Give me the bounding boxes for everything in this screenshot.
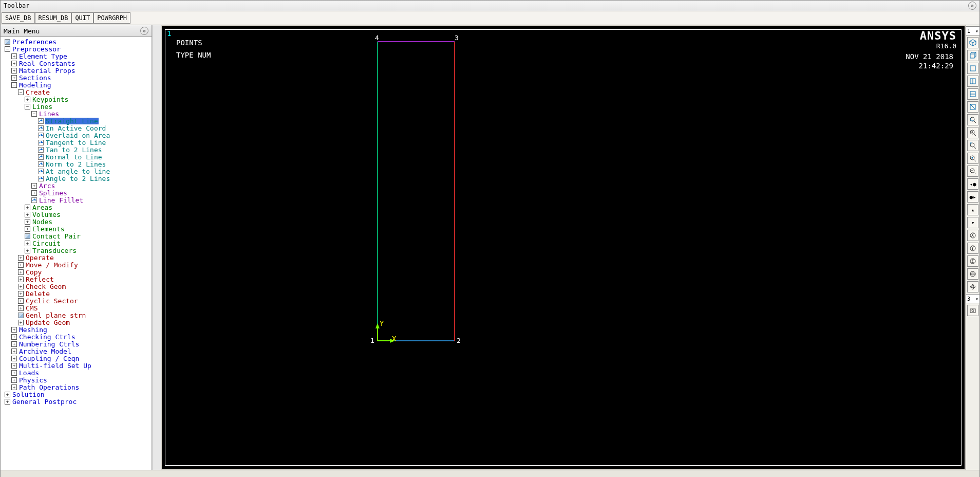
menu-tree[interactable]: Preferences−Preprocessor+Element Type+Re…: [1, 37, 152, 470]
tree-item[interactable]: +Check Geom: [1, 283, 152, 290]
expand-icon[interactable]: +: [18, 298, 24, 304]
expand-icon[interactable]: +: [18, 262, 24, 268]
expand-icon[interactable]: +: [25, 205, 30, 210]
tree-item[interactable]: +Solution: [1, 391, 152, 398]
tree-item[interactable]: +Meshing: [1, 326, 152, 333]
window-layout-select[interactable]: 1▾: [966, 26, 980, 35]
expand-icon[interactable]: +: [18, 291, 24, 297]
tree-item[interactable]: +Reflect: [1, 276, 152, 283]
tree-item[interactable]: −Create: [1, 88, 152, 96]
expand-icon[interactable]: +: [31, 183, 37, 189]
tree-item[interactable]: +Delete: [1, 290, 152, 297]
expand-icon[interactable]: +: [18, 255, 24, 261]
screen-capture-icon[interactable]: [967, 305, 978, 316]
pan-up-icon[interactable]: ▴: [967, 204, 978, 215]
tree-item[interactable]: +Copy: [1, 268, 152, 276]
action-icon[interactable]: [38, 140, 44, 145]
tree-item[interactable]: +Physics: [1, 376, 152, 383]
tree-item[interactable]: +Keypoints: [1, 96, 152, 103]
tree-item[interactable]: −Lines: [1, 110, 152, 117]
tree-item[interactable]: +Cyclic Sector: [1, 297, 152, 304]
tree-item[interactable]: Line Fillet: [1, 196, 152, 204]
action-icon[interactable]: [38, 176, 44, 181]
expand-icon[interactable]: +: [11, 327, 17, 333]
rate-select[interactable]: 3▾: [966, 294, 980, 303]
expand-icon[interactable]: +: [5, 392, 10, 397]
iso-view-icon[interactable]: [967, 37, 978, 48]
zoom-in-icon[interactable]: [967, 127, 978, 138]
tree-item[interactable]: −Lines: [1, 103, 152, 110]
expand-icon[interactable]: +: [11, 61, 17, 66]
right-view-icon[interactable]: [967, 76, 978, 87]
tree-item[interactable]: Genl plane strn: [1, 311, 152, 319]
tree-item[interactable]: Straight Line: [1, 117, 152, 124]
tree-item[interactable]: +Real Constants: [1, 60, 152, 67]
tree-item[interactable]: +Archive Model: [1, 347, 152, 355]
collapse-icon[interactable]: −: [31, 111, 37, 117]
rotate-x-icon[interactable]: X: [967, 230, 978, 241]
tree-item[interactable]: +Transducers: [1, 247, 152, 254]
tree-item[interactable]: −Modeling: [1, 81, 152, 88]
tree-item[interactable]: +Path Operations: [1, 383, 152, 391]
expand-icon[interactable]: +: [25, 219, 30, 225]
action-icon[interactable]: [38, 169, 44, 174]
collapse-icon[interactable]: ⊗: [968, 2, 976, 10]
tree-item[interactable]: +Areas: [1, 204, 152, 211]
expand-icon[interactable]: +: [11, 356, 17, 361]
tree-item[interactable]: +Arcs: [1, 182, 152, 189]
tree-item[interactable]: +Numbering Ctrls: [1, 340, 152, 347]
page-icon[interactable]: [5, 39, 10, 45]
collapse-icon[interactable]: −: [5, 46, 10, 52]
menu-collapse-icon[interactable]: ⊗: [140, 27, 148, 35]
tree-item[interactable]: +Loads: [1, 369, 152, 376]
tree-item[interactable]: Norm to 2 Lines: [1, 160, 152, 168]
tree-item[interactable]: +Coupling / Ceqn: [1, 355, 152, 362]
tree-item[interactable]: In Active Coord: [1, 124, 152, 132]
expand-icon[interactable]: +: [31, 190, 37, 196]
tree-item[interactable]: +Element Type: [1, 52, 152, 60]
tree-item[interactable]: +General Postproc: [1, 398, 152, 405]
expand-icon[interactable]: +: [11, 370, 17, 376]
expand-icon[interactable]: +: [11, 377, 17, 383]
tree-item[interactable]: Tan to 2 Lines: [1, 146, 152, 153]
tree-item[interactable]: +Circuit: [1, 240, 152, 247]
tree-item[interactable]: Overlaid on Area: [1, 132, 152, 139]
powrgrph-button[interactable]: POWRGRPH: [93, 12, 130, 24]
action-icon[interactable]: [31, 197, 37, 203]
tree-item[interactable]: +Elements: [1, 225, 152, 232]
tree-scrollbar[interactable]: [152, 25, 161, 470]
tree-item[interactable]: Tangent to Line: [1, 139, 152, 146]
action-icon[interactable]: [38, 147, 44, 153]
expand-icon[interactable]: +: [11, 363, 17, 369]
expand-icon[interactable]: +: [11, 348, 17, 354]
action-icon[interactable]: [38, 154, 44, 160]
expand-icon[interactable]: +: [25, 226, 30, 232]
collapse-icon[interactable]: −: [11, 82, 17, 88]
tree-item[interactable]: Contact Pair: [1, 232, 152, 240]
tree-item[interactable]: +Move / Modify: [1, 261, 152, 268]
action-icon[interactable]: [38, 133, 44, 138]
rotate-z-icon[interactable]: Z: [967, 255, 978, 267]
expand-icon[interactable]: +: [11, 75, 17, 81]
zoom-fit-icon[interactable]: [967, 114, 978, 125]
collapse-icon[interactable]: −: [25, 104, 30, 109]
expand-icon[interactable]: +: [11, 384, 17, 390]
expand-icon[interactable]: +: [18, 277, 24, 282]
rotate-y-icon[interactable]: Y: [967, 243, 978, 254]
expand-icon[interactable]: +: [11, 334, 17, 340]
pan-down-icon[interactable]: ▾: [967, 217, 978, 228]
expand-icon[interactable]: +: [18, 305, 24, 311]
action-icon[interactable]: [38, 118, 44, 124]
page-icon[interactable]: [18, 313, 24, 318]
tree-item[interactable]: +Volumes: [1, 211, 152, 218]
tree-item[interactable]: +Nodes: [1, 218, 152, 225]
tree-item[interactable]: At angle to line: [1, 168, 152, 175]
expand-icon[interactable]: +: [18, 284, 24, 289]
top-view-icon[interactable]: [967, 88, 978, 100]
tree-item[interactable]: +Operate: [1, 254, 152, 261]
pan-left-icon[interactable]: ◂●: [967, 178, 978, 190]
front-view-icon[interactable]: [967, 63, 978, 74]
expand-icon[interactable]: +: [25, 97, 30, 102]
page-icon[interactable]: [25, 233, 30, 239]
expand-icon[interactable]: +: [5, 399, 10, 405]
